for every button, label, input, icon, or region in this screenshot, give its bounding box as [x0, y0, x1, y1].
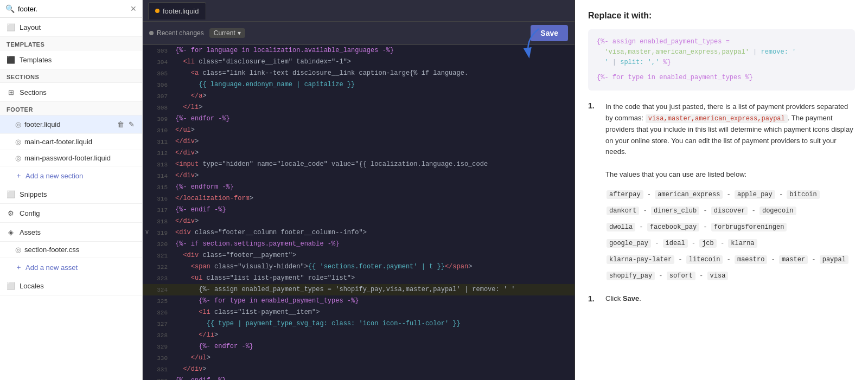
code-line-318: 318</div> — [143, 216, 575, 227]
recent-label: Recent changes — [157, 29, 204, 37]
editor-tab-footer[interactable]: footer.liquid — [148, 2, 206, 20]
code-line-316: 316</localization-form> — [143, 193, 575, 204]
sidebar-item-assets[interactable]: ◈ Assets — [0, 223, 142, 242]
payment-item: sofort — [667, 272, 695, 280]
current-badge[interactable]: Current ▾ — [209, 28, 245, 38]
line-number: 332 — [151, 375, 173, 380]
replacement-code-block: {%- assign enabled_payment_types = 'visa… — [588, 29, 855, 91]
grid-icon: ⬛ — [7, 55, 15, 64]
line-content: </ul> — [173, 125, 575, 136]
payment-item: facebook_pay — [647, 223, 699, 231]
payment-item: shopify_pay — [607, 272, 655, 280]
code-line-311: 311</div> — [143, 136, 575, 147]
line-content: {{ type | payment_type_svg_tag: class: '… — [173, 318, 575, 329]
line-number: 304 — [151, 56, 173, 68]
css-icon: ◎ — [15, 246, 21, 254]
payment-item: master — [779, 255, 808, 264]
line-content: {%- endfor -%} — [173, 113, 575, 124]
add-section-link[interactable]: ＋ Add a new section — [0, 166, 142, 185]
payment-separator: - — [778, 190, 784, 198]
current-label: Current — [214, 29, 235, 37]
line-content: {{ language.endonym_name | capitalize }} — [173, 79, 575, 90]
line-number: 307 — [151, 91, 173, 102]
line-content: </div> — [173, 364, 575, 375]
line-number: 311 — [151, 136, 173, 147]
sidebar-item-layout[interactable]: ⬜ Layout — [0, 18, 142, 37]
code-line-2: 'visa,master,american_express,paypal' | … — [597, 47, 846, 57]
assets-icon: ◈ — [7, 228, 15, 236]
payment-item: dwolla — [607, 223, 635, 231]
payment-item: dankort — [607, 207, 639, 215]
sidebar-file-main-cart-footer[interactable]: ◎ main-cart-footer.liquid — [0, 134, 142, 150]
line-content: {%- if section.settings.payment_enable -… — [173, 239, 575, 249]
edit-button[interactable]: ✎ — [127, 119, 136, 130]
sidebar-item-sections[interactable]: ⊞ Sections — [0, 83, 142, 102]
sidebar-file-footer-liquid[interactable]: ◎ footer.liquid 🗑 ✎ — [0, 115, 142, 134]
code-line-326: 326 <li class="list-payment__item"> — [143, 307, 575, 318]
code-line-332: 332{%- endif -%} — [143, 375, 575, 380]
line-number: 309 — [151, 113, 173, 125]
line-number: 305 — [151, 68, 173, 79]
delete-button[interactable]: 🗑 — [116, 119, 125, 130]
file-name-password: main-password-footer.liquid — [24, 154, 111, 162]
search-bar[interactable]: 🔍 ✕ — [0, 0, 142, 18]
tab-name: footer.liquid — [163, 7, 199, 15]
add-asset-link[interactable]: ＋ Add a new asset — [0, 258, 142, 276]
sidebar-item-config[interactable]: ⚙ Config — [0, 204, 142, 223]
code-line-328: 328 </li> — [143, 330, 575, 341]
code-line-303: 303{%- for language in localization.avai… — [143, 45, 575, 56]
line-content: </div> — [173, 147, 575, 158]
line-content: </li> — [173, 102, 575, 113]
payment-row: afterpay - american_express - apple_pay … — [605, 187, 855, 201]
sidebar-item-snippets[interactable]: ⬜ Snippets — [0, 185, 142, 204]
sidebar-file-section-footer-css[interactable]: ◎ section-footer.css — [0, 242, 142, 258]
payment-item: diners_club — [651, 207, 699, 215]
line-content: <li class="list-payment__item"> — [173, 307, 575, 318]
payment-item: paypal — [820, 255, 848, 264]
instruction-item-1: 1. In the code that you just pasted, the… — [588, 101, 855, 285]
payment-item: forbrugsforeningen — [711, 223, 787, 231]
code-line-324: 324 {%- assign enabled_payment_types = '… — [143, 284, 575, 295]
line-number: 331 — [151, 364, 173, 375]
line-number: 316 — [151, 193, 173, 204]
payment-item: klarna — [728, 239, 757, 248]
code-editor[interactable]: 303{%- for language in localization.avai… — [143, 45, 575, 380]
sidebar-label-templates: Templates — [20, 56, 52, 64]
line-number: 315 — [151, 182, 173, 193]
sidebar-item-locales[interactable]: ⬜ Locales — [0, 276, 142, 295]
payment-row: dwolla - facebook_pay - forbrugsforening… — [605, 220, 855, 234]
payment-item: klarna-pay-later — [607, 255, 674, 264]
line-content: </div> — [173, 170, 575, 181]
payment-separator: - — [719, 239, 726, 247]
sidebar-label-sections: Sections — [20, 88, 47, 96]
payment-item: maestro — [735, 255, 767, 264]
line-number: 319 — [151, 227, 173, 239]
sidebar: 🔍 ✕ ⬜ Layout Templates ⬛ Templates Secti… — [0, 0, 143, 380]
code-line-307: 307 </a> — [143, 91, 575, 102]
instruction-item-2: 1. Click Save. — [588, 294, 855, 303]
payment-item: afterpay — [607, 190, 643, 199]
save-button[interactable]: Save — [531, 25, 568, 41]
search-clear-button[interactable]: ✕ — [130, 4, 137, 13]
search-input[interactable] — [18, 5, 127, 13]
code-line-325: 325 {%- for type in enabled_payment_type… — [143, 295, 575, 307]
line-number: 327 — [151, 318, 173, 330]
sidebar-file-main-password-footer[interactable]: ◎ main-password-footer.liquid — [0, 150, 142, 166]
line-number: 323 — [151, 273, 173, 284]
sidebar-section-templates: Templates — [0, 37, 142, 50]
instruction-num-1: 1. — [588, 101, 599, 110]
add-asset-label: Add a new asset — [25, 263, 78, 272]
instruction-text-1: In the code that you just pasted, there … — [605, 101, 855, 285]
line-content: {%- assign enabled_payment_types = 'shop… — [173, 284, 575, 295]
payment-item: visa — [707, 272, 729, 280]
payment-separator: - — [642, 206, 648, 214]
code-line-305: 305 <a class="link link--text disclosure… — [143, 68, 575, 79]
editor-tabs: footer.liquid — [143, 0, 575, 22]
payment-separator: - — [750, 206, 757, 214]
line-content: <a class="link link--text disclosure__li… — [173, 68, 575, 79]
code-line-317: 317{%- endif -%} — [143, 204, 575, 216]
sidebar-item-templates[interactable]: ⬛ Templates — [0, 50, 142, 69]
file-name-cart: main-cart-footer.liquid — [24, 138, 92, 146]
file-left: ◎ footer.liquid — [15, 120, 61, 128]
code-line-312: 312</div> — [143, 147, 575, 159]
